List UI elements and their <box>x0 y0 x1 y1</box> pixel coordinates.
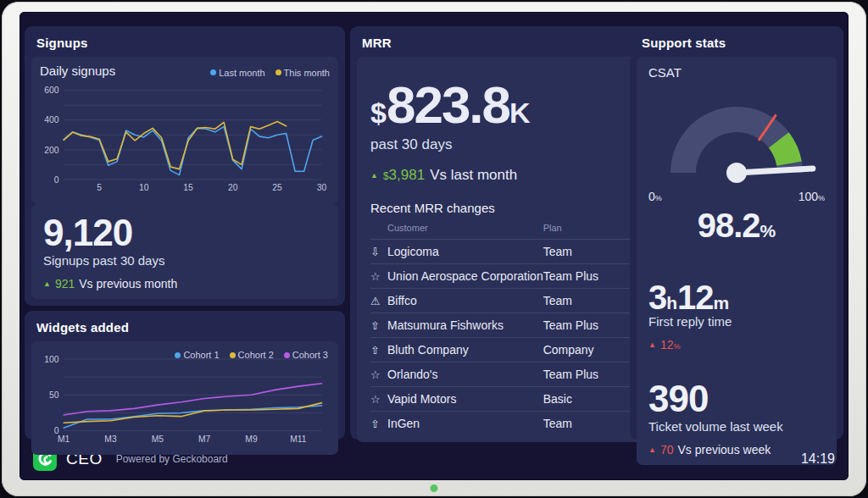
svg-text:30: 30 <box>317 183 327 192</box>
up-arrow-icon: ▲ <box>370 172 378 180</box>
customer-status-up-icon: ⇧ <box>370 319 387 332</box>
mrr-value: 823.8 <box>387 75 509 134</box>
svg-text:0: 0 <box>54 175 59 185</box>
customer-status-up-icon: ⇧ <box>370 344 387 357</box>
support-widget: CSAT 0% 100% 98.2% <box>637 57 837 465</box>
svg-text:M9: M9 <box>245 434 258 444</box>
mrr-value-row: $823.8K <box>370 79 667 131</box>
mrr-table-title: Recent MRR changes <box>370 201 667 215</box>
csat-gauge: 0% 100% 98.2% <box>648 90 825 245</box>
gauge-max-label: 100% <box>798 190 825 203</box>
daily-signups-widget: Daily signups Last monthThis month 02004… <box>31 57 338 204</box>
legend-dot-icon <box>275 69 281 75</box>
table-row: ⇧InGenTeam$96 <box>370 411 667 435</box>
customer-status-warning-icon: ⚠ <box>370 295 387 307</box>
gauge-min-label: 0% <box>648 190 662 203</box>
dashboard-screen: Signups Daily signups Last monthThis mon… <box>19 12 849 480</box>
csat-value: 98.2% <box>648 207 825 245</box>
dashboard-grid: Signups Daily signups Last monthThis mon… <box>25 26 843 440</box>
svg-text:200: 200 <box>44 146 58 155</box>
customer-name: Orlando's <box>387 368 543 381</box>
mrr-table-body: ⇩LogicomaTeam-$72☆Union Aerospace Corpor… <box>370 239 667 435</box>
csat-label: CSAT <box>648 65 825 80</box>
legend-item: Last month <box>210 68 264 78</box>
table-row: ☆Union Aerospace CorporationTeam Plus$19… <box>370 263 667 288</box>
svg-text:600: 600 <box>44 86 58 95</box>
mrr-delta-value: $3,981 <box>383 167 425 184</box>
ticket-volume-value: 390 <box>648 379 825 419</box>
up-arrow-icon: ▲ <box>648 341 656 349</box>
table-row: ⇩LogicomaTeam-$72 <box>370 239 667 263</box>
table-row: ☆Orlando'sTeam Plus$199 <box>370 362 667 386</box>
mrr-delta-suffix: Vs last month <box>430 167 517 184</box>
customer-name: Matsumura Fishworks <box>387 318 543 332</box>
signups-delta-value: 921 <box>55 277 75 290</box>
customer-plan: Team <box>543 245 618 258</box>
svg-text:400: 400 <box>44 115 58 125</box>
mrr-unit: K <box>509 97 531 129</box>
powered-by-label: Powered by Geckoboard <box>116 453 228 465</box>
first-reply-time-label: First reply time <box>648 314 825 329</box>
table-row: ⇧Bluth CompanyCompany$280 <box>370 337 667 362</box>
legend-item: This month <box>275 68 330 78</box>
widgets-added-chart: 050100M1M3M5M7M9M11 <box>40 350 330 448</box>
svg-text:M11: M11 <box>290 434 307 444</box>
svg-text:M5: M5 <box>152 434 164 444</box>
customer-status-star-icon: ☆ <box>370 270 387 283</box>
customer-status-up-icon: ⇧ <box>370 418 387 430</box>
svg-text:100: 100 <box>44 355 58 364</box>
mrr-period-label: past 30 days <box>370 136 667 153</box>
reply-delta-value: 12% <box>660 338 681 351</box>
legend-dot-icon <box>230 352 236 358</box>
panel-widgets-added: Widgets added Cohort 1Cohort 2Cohort 3 0… <box>25 311 345 440</box>
legend-dot-icon <box>210 69 216 75</box>
customer-name: Union Aerospace Corporation <box>387 269 543 283</box>
svg-text:15: 15 <box>183 183 193 192</box>
customer-name: Vapid Motors <box>387 392 543 406</box>
customer-status-star-icon: ☆ <box>370 368 387 381</box>
customer-plan: Team <box>543 294 618 307</box>
customer-status-down-icon: ⇩ <box>370 246 387 258</box>
customer-name: Bluth Company <box>387 343 543 357</box>
svg-text:M7: M7 <box>198 434 211 444</box>
legend-item: Cohort 3 <box>284 350 328 360</box>
table-row: ☆Vapid MotorsBasic$31 <box>370 386 667 411</box>
daily-signups-label: Daily signups <box>40 64 115 78</box>
ticket-volume-label: Ticket volume last week <box>648 419 825 434</box>
legend-dot-icon <box>284 352 290 358</box>
legend-item: Cohort 2 <box>230 350 274 360</box>
signups-total-value: 9,120 <box>43 213 326 253</box>
column-plan: Plan <box>543 223 618 233</box>
customer-name: Biffco <box>387 294 543 307</box>
support-panel-title: Support stats <box>637 33 837 57</box>
first-reply-time-block: 3h12m First reply time ▲ 12% <box>648 280 825 351</box>
clock: 14:19 <box>801 451 835 467</box>
svg-text:10: 10 <box>139 183 149 192</box>
daily-signups-legend: Last monthThis month <box>210 68 330 78</box>
legend-dot-icon <box>175 352 181 358</box>
customer-name: Logicoma <box>387 245 543 258</box>
mrr-currency-symbol: $ <box>370 97 387 129</box>
customer-plan: Team <box>543 417 618 430</box>
csat-gauge-arc <box>648 90 825 185</box>
legend-item: Cohort 1 <box>175 350 219 360</box>
widgets-added-legend: Cohort 1Cohort 2Cohort 3 <box>175 350 328 360</box>
customer-plan: Company <box>543 343 618 357</box>
signups-panel-title: Signups <box>31 33 338 57</box>
daily-signups-chart: 020040060051015202530 <box>40 80 330 197</box>
signups-total-label: Signups past 30 days <box>43 253 326 268</box>
widgets-panel-title: Widgets added <box>31 318 338 341</box>
panel-support-stats: Support stats CSAT 0% 100% 98.2% <box>630 26 843 440</box>
signups-number-widget: 9,120 Signups past 30 days ▲ 921 Vs prev… <box>31 204 338 299</box>
table-row: ⚠BiffcoTeam-$127 <box>370 288 667 313</box>
svg-text:M3: M3 <box>104 434 117 444</box>
power-led-icon <box>431 484 438 492</box>
column-customer: Customer <box>387 223 543 233</box>
panel-signups: Signups Daily signups Last monthThis mon… <box>25 26 345 306</box>
table-row: ⇧Matsumura FishworksTeam Plus$72 <box>370 313 667 337</box>
svg-text:50: 50 <box>49 390 59 400</box>
customer-plan: Team Plus <box>543 318 618 332</box>
up-arrow-icon: ▲ <box>43 280 51 288</box>
customer-name: InGen <box>387 417 543 430</box>
svg-text:25: 25 <box>272 183 282 192</box>
